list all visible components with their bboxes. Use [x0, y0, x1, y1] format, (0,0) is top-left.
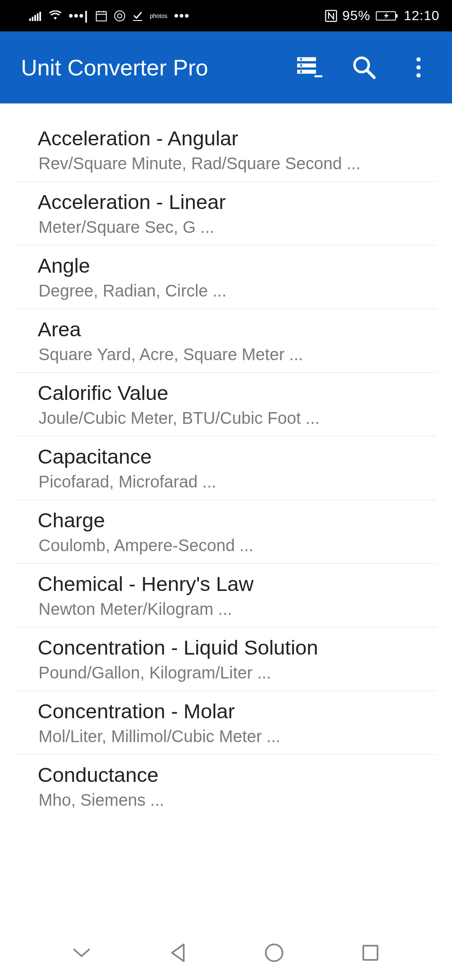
item-title: Chemical - Henry's Law — [38, 572, 416, 596]
item-title: Acceleration - Angular — [38, 126, 416, 150]
svg-rect-3 — [37, 13, 39, 21]
svg-point-24 — [416, 57, 421, 62]
item-subtitle: Square Yard, Acre, Square Meter ... — [39, 345, 416, 364]
nav-recent-button[interactable] — [358, 940, 383, 965]
item-title: Concentration - Liquid Solution — [38, 636, 416, 659]
svg-line-23 — [367, 70, 374, 77]
category-list: Acceleration - Angular Rev/Square Minute… — [0, 103, 452, 818]
item-title: Area — [38, 317, 416, 341]
list-item[interactable]: Acceleration - Angular Rev/Square Minute… — [15, 120, 437, 182]
svg-rect-19 — [300, 64, 302, 67]
signal-icon — [29, 11, 42, 21]
status-bar: •••| photos ••• 95% 12:10 — [0, 0, 452, 31]
list-item[interactable]: Area Square Yard, Acre, Square Meter ... — [15, 309, 437, 373]
svg-point-10 — [118, 14, 122, 18]
clock-time: 12:10 — [404, 8, 439, 23]
item-subtitle: Mho, Siemens ... — [39, 791, 416, 810]
nfc-icon — [325, 10, 337, 22]
nav-back-button[interactable] — [165, 940, 190, 965]
list-item[interactable]: Acceleration - Linear Meter/Square Sec, … — [15, 182, 437, 245]
svg-rect-15 — [297, 57, 316, 61]
nav-home-button[interactable] — [262, 940, 287, 965]
item-title: Capacitance — [38, 445, 416, 468]
app-title: Unit Converter Pro — [21, 54, 297, 80]
list-item[interactable]: Charge Coulomb, Ampere-Second ... — [15, 500, 437, 564]
wifi-icon — [49, 10, 62, 21]
svg-rect-5 — [96, 12, 106, 21]
item-subtitle: Pound/Gallon, Kilogram/Liter ... — [39, 663, 416, 682]
item-subtitle: Picofarad, Microfarad ... — [39, 472, 416, 491]
item-title: Concentration - Molar — [38, 699, 416, 723]
list-item[interactable]: Chemical - Henry's Law Newton Meter/Kilo… — [15, 564, 437, 627]
svg-rect-4 — [39, 12, 41, 21]
item-subtitle: Mol/Liter, Millimol/Cubic Meter ... — [39, 727, 416, 746]
battery-charging-icon — [375, 10, 399, 22]
list-item[interactable]: Concentration - Liquid Solution Pound/Ga… — [15, 627, 437, 691]
photos-icon: photos — [150, 13, 167, 19]
calendar-icon — [95, 10, 107, 22]
list-item[interactable]: Calorific Value Joule/Cubic Meter, BTU/C… — [15, 373, 437, 436]
svg-rect-2 — [34, 15, 36, 21]
item-title: Calorific Value — [38, 381, 416, 405]
svg-rect-17 — [297, 70, 316, 74]
svg-rect-21 — [314, 75, 322, 77]
status-left: •••| photos ••• — [29, 9, 190, 23]
chrome-icon — [114, 10, 126, 22]
list-item[interactable]: Conductance Mho, Siemens ... — [15, 755, 437, 818]
item-subtitle: Rev/Square Minute, Rad/Square Second ... — [39, 154, 416, 173]
overflow-dots-icon: ••• — [174, 9, 190, 23]
item-subtitle: Joule/Cubic Meter, BTU/Cubic Foot ... — [39, 409, 416, 428]
item-subtitle: Meter/Square Sec, G ... — [39, 218, 416, 237]
list-item[interactable]: Concentration - Molar Mol/Liter, Millimo… — [15, 691, 437, 755]
download-done-icon — [132, 10, 143, 21]
list-item[interactable]: Angle Degree, Radian, Circle ... — [15, 245, 437, 309]
overflow-menu-button[interactable] — [406, 55, 431, 80]
status-right: 95% 12:10 — [325, 8, 439, 23]
svg-point-9 — [115, 11, 125, 21]
svg-rect-1 — [32, 17, 33, 21]
battery-percent: 95% — [342, 8, 370, 23]
search-button[interactable] — [352, 55, 377, 80]
svg-rect-20 — [300, 71, 302, 73]
item-title: Conductance — [38, 763, 416, 787]
svg-point-26 — [416, 73, 421, 77]
app-bar: Unit Converter Pro — [0, 31, 452, 103]
item-title: Acceleration - Linear — [38, 190, 416, 214]
svg-point-27 — [266, 944, 282, 961]
svg-rect-28 — [363, 946, 378, 960]
svg-rect-0 — [29, 18, 31, 21]
svg-rect-14 — [396, 14, 398, 18]
list-view-button[interactable] — [297, 55, 322, 80]
nav-hide-button[interactable] — [69, 940, 94, 965]
list-item[interactable]: Capacitance Picofarad, Microfarad ... — [15, 436, 437, 500]
item-title: Charge — [38, 508, 416, 532]
svg-rect-16 — [297, 64, 316, 67]
app-actions — [297, 55, 444, 80]
item-subtitle: Newton Meter/Kilogram ... — [39, 600, 416, 619]
item-title: Angle — [38, 254, 416, 277]
navigation-bar — [0, 926, 452, 980]
svg-rect-18 — [300, 58, 302, 61]
item-subtitle: Coulomb, Ampere-Second ... — [39, 536, 416, 555]
more-notifications-icon: •••| — [69, 9, 89, 23]
item-subtitle: Degree, Radian, Circle ... — [39, 281, 416, 300]
svg-point-25 — [416, 65, 421, 70]
